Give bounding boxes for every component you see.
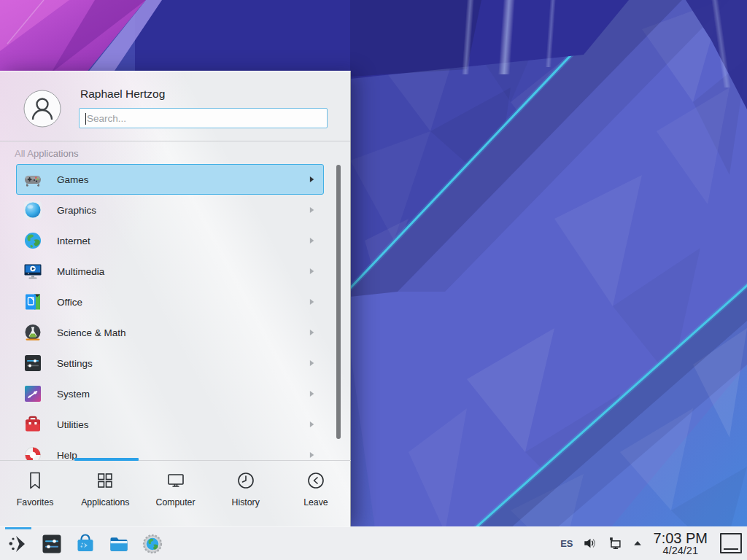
taskbar: ES 7:03 PM 4/24/21 [0, 526, 747, 560]
category-row-internet[interactable]: Internet [16, 225, 324, 256]
category-row-utilities[interactable]: Utilities [16, 409, 324, 440]
kde-launcher-icon [7, 533, 29, 555]
scrollbar-handle[interactable] [336, 165, 341, 439]
category-list: Games Graphics Internet Multimedia Offic… [0, 159, 351, 461]
tab-applications[interactable]: Applications [70, 461, 140, 526]
category-label: Internet [57, 236, 90, 246]
games-icon [23, 170, 42, 189]
category-label: Multimedia [57, 266, 104, 277]
category-row-system[interactable]: System [16, 378, 324, 409]
file-manager-button[interactable] [107, 527, 131, 560]
discover-button[interactable] [73, 527, 98, 560]
clock-time: 7:03 PM [654, 531, 708, 545]
application-launcher-button[interactable] [6, 527, 31, 560]
graphics-icon [23, 201, 42, 219]
tab-label: History [232, 497, 260, 508]
category-row-settings[interactable]: Settings [16, 348, 324, 378]
submenu-arrow-icon [309, 298, 314, 306]
web-browser-button[interactable] [140, 527, 165, 560]
digital-clock[interactable]: 7:03 PM 4/24/21 [654, 531, 708, 556]
category-label: Utilities [57, 419, 89, 430]
leave-icon [306, 470, 326, 491]
category-row-science-math[interactable]: Science & Math [16, 317, 324, 348]
search-input-field[interactable] [80, 109, 327, 128]
system-settings-button[interactable] [39, 527, 64, 560]
tab-label: Computer [156, 497, 196, 508]
show-desktop-button[interactable] [720, 533, 742, 553]
category-row-office[interactable]: Office [16, 287, 324, 317]
tab-computer[interactable]: Computer [140, 461, 210, 526]
tab-history[interactable]: History [211, 461, 281, 526]
desktop: Raphael Hertzog All Applications Games G… [0, 0, 747, 560]
application-launcher-menu: Raphael Hertzog All Applications Games G… [0, 71, 351, 526]
user-avatar-icon[interactable] [23, 90, 61, 128]
clock-date: 4/24/21 [654, 545, 708, 556]
tab-favorites[interactable]: Favorites [0, 461, 70, 526]
user-name: Raphael Hertzog [80, 88, 165, 101]
category-row-games[interactable]: Games [16, 164, 324, 195]
category-label: System [57, 389, 90, 400]
submenu-arrow-icon [309, 206, 314, 214]
submenu-arrow-icon [309, 237, 314, 244]
category-label: Office [57, 297, 82, 308]
tab-label: Favorites [17, 497, 54, 508]
volume-icon[interactable] [583, 536, 597, 551]
system-tray: ES 7:03 PM 4/24/21 [560, 531, 744, 556]
favorites-icon [25, 470, 45, 491]
office-icon [23, 292, 42, 311]
active-task-indicator [5, 527, 31, 529]
category-row-multimedia[interactable]: Multimedia [16, 256, 324, 287]
category-label: Settings [57, 358, 93, 369]
tab-label: Applications [81, 497, 129, 508]
submenu-arrow-icon [309, 176, 314, 183]
submenu-arrow-icon [309, 421, 314, 428]
category-row-graphics[interactable]: Graphics [16, 195, 324, 225]
applications-icon [95, 470, 115, 491]
submenu-arrow-icon [309, 359, 314, 367]
help-icon [23, 446, 42, 461]
text-cursor [85, 113, 86, 125]
science-icon [23, 323, 42, 342]
submenu-arrow-icon [309, 390, 314, 397]
tab-leave[interactable]: Leave [281, 461, 351, 526]
browser-globe-icon [142, 533, 163, 555]
category-label: Games [57, 174, 89, 185]
history-icon [236, 470, 256, 491]
system-settings-icon [41, 533, 63, 555]
section-label: All Applications [15, 148, 350, 159]
category-label: Graphics [57, 205, 96, 216]
launcher-header: Raphael Hertzog [0, 71, 350, 141]
computer-tab-icon [166, 470, 186, 491]
submenu-arrow-icon [309, 329, 314, 336]
category-row-help[interactable]: Help [16, 440, 324, 461]
discover-icon [74, 533, 96, 555]
internet-icon [23, 231, 42, 250]
keyboard-layout-indicator[interactable]: ES [560, 538, 573, 549]
settings-icon [23, 354, 42, 373]
submenu-arrow-icon [309, 451, 314, 459]
active-tab-indicator [74, 458, 139, 461]
category-label: Science & Math [57, 327, 126, 338]
search-input[interactable] [79, 108, 328, 128]
tab-label: Leave [303, 497, 328, 508]
submenu-arrow-icon [309, 268, 314, 275]
utilities-icon [23, 415, 42, 434]
system-icon [23, 384, 42, 403]
expand-arrow-icon[interactable] [632, 538, 643, 548]
tab-bar: Favorites Applications Computer History … [0, 460, 351, 526]
multimedia-icon [23, 262, 42, 281]
folder-icon [108, 533, 130, 555]
network-icon[interactable] [607, 535, 623, 551]
